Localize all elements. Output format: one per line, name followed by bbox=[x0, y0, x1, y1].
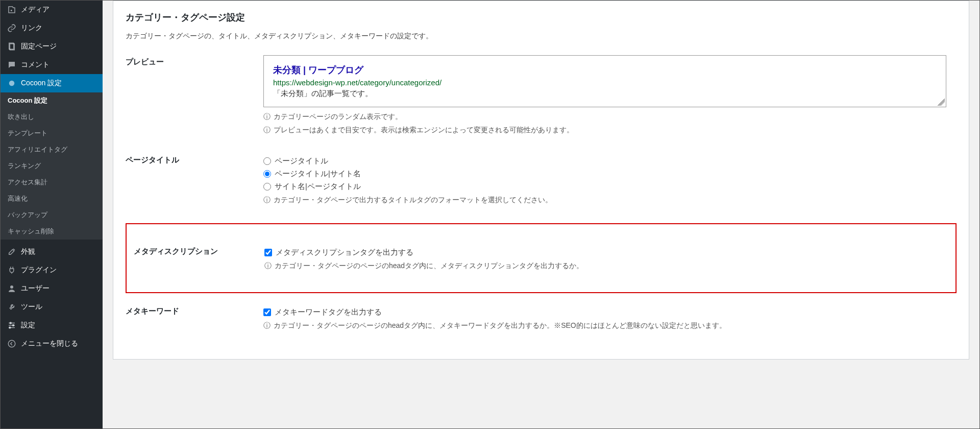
sidebar-item-media[interactable]: メディア bbox=[1, 1, 103, 19]
checkbox-input-meta-description[interactable] bbox=[264, 249, 272, 256]
sidebar-item-cocoon-settings[interactable]: Cocoon 設定 bbox=[1, 74, 103, 92]
info-icon: ⓘ bbox=[263, 112, 271, 122]
preview-info-2-text: プレビューはあくまで目安です。表示は検索エンジンによって変更される可能性がありま… bbox=[274, 126, 574, 135]
sidebar-sub-affiliate-tag[interactable]: アフィリエイトタグ bbox=[1, 141, 103, 158]
page-title-info-text: カテゴリー・タグページで出力するタイトルタグのフォーマットを選択してください。 bbox=[274, 196, 552, 205]
section-title: カテゴリー・タグページ設定 bbox=[126, 11, 957, 23]
row-meta-description: メタディスクリプション メタディスクリプションタグを出力する ⓘ カテゴリー・タ… bbox=[126, 223, 957, 293]
sidebar-sub-speed[interactable]: 高速化 bbox=[1, 190, 103, 207]
sidebar-item-pages[interactable]: 固定ページ bbox=[1, 37, 103, 56]
sidebar-item-label: 外観 bbox=[21, 247, 35, 256]
link-icon bbox=[7, 23, 17, 33]
radio-input-site-page-title[interactable] bbox=[263, 183, 271, 190]
preview-snippet: 「未分類」の記事一覧です。 bbox=[273, 89, 937, 99]
row-page-title: ページタイトル ページタイトル ページタイトル|サイト名 サイト名|ページ bbox=[126, 153, 957, 206]
checkbox-input-meta-keyword[interactable] bbox=[263, 308, 271, 316]
sidebar-item-plugins[interactable]: プラグイン bbox=[1, 261, 103, 279]
checkbox-label: メタディスクリプションタグを出力する bbox=[276, 248, 413, 257]
sidebar-item-label: メディア bbox=[21, 5, 50, 14]
sidebar-item-label: 固定ページ bbox=[21, 42, 57, 51]
info-icon: ⓘ bbox=[263, 126, 271, 135]
page-icon bbox=[7, 41, 17, 52]
sidebar-item-settings[interactable]: 設定 bbox=[1, 316, 103, 335]
meta-keyword-label: メタキーワード bbox=[126, 304, 263, 316]
svg-point-4 bbox=[10, 285, 13, 289]
sidebar-item-label: プラグイン bbox=[21, 266, 57, 275]
resize-handle[interactable] bbox=[938, 99, 945, 106]
radio-site-page-title[interactable]: サイト名|ページタイトル bbox=[263, 182, 946, 192]
info-icon: ⓘ bbox=[263, 196, 271, 205]
brush-icon bbox=[7, 247, 17, 257]
sidebar-item-users[interactable]: ユーザー bbox=[1, 279, 103, 298]
meta-keyword-info: ⓘ カテゴリー・タグページのページのheadタグ内に、メタキーワードタグを出力す… bbox=[263, 321, 946, 330]
info-icon: ⓘ bbox=[264, 261, 272, 271]
sidebar-item-label: ユーザー bbox=[21, 284, 50, 293]
page-title-info: ⓘ カテゴリー・タグページで出力するタイトルタグのフォーマットを選択してください… bbox=[263, 196, 946, 205]
radio-label: ページタイトル|サイト名 bbox=[275, 169, 361, 179]
preview-url: https://webdesign-wp.net/category/uncate… bbox=[273, 78, 937, 87]
sidebar-item-links[interactable]: リンク bbox=[1, 19, 103, 37]
svg-point-6 bbox=[13, 325, 14, 326]
radio-input-page-title-only[interactable] bbox=[263, 157, 271, 165]
sidebar-item-label: ツール bbox=[21, 302, 42, 312]
sidebar-item-label: リンク bbox=[21, 23, 42, 33]
sidebar-item-label: コメント bbox=[21, 60, 50, 69]
info-icon: ⓘ bbox=[263, 321, 271, 330]
sidebar-sub-cache-delete[interactable]: キャッシュ削除 bbox=[1, 223, 103, 240]
preview-box: 未分類 | ワープブログ https://webdesign-wp.net/ca… bbox=[263, 55, 946, 107]
settings-panel: カテゴリー・タグページ設定 カテゴリー・タグページの、タイトル、メタディスクリプ… bbox=[113, 1, 969, 360]
user-icon bbox=[7, 283, 17, 294]
media-icon bbox=[7, 5, 17, 15]
sidebar-item-label: メニューを閉じる bbox=[21, 339, 78, 348]
sidebar-item-label: Cocoon 設定 bbox=[21, 79, 62, 88]
radio-input-page-title-site[interactable] bbox=[263, 170, 271, 178]
main-content: カテゴリー・タグページ設定 カテゴリー・タグページの、タイトル、メタディスクリプ… bbox=[103, 1, 979, 428]
wrench-icon bbox=[7, 302, 17, 312]
meta-description-info-text: カテゴリー・タグページのページのheadタグ内に、メタディスクリプションタグを出… bbox=[275, 261, 583, 271]
plugin-icon bbox=[7, 265, 17, 275]
admin-sidebar: メディア リンク 固定ページ コメント Cocoon 設定 Cocoon 設定 … bbox=[1, 1, 103, 428]
sidebar-item-collapse[interactable]: メニューを閉じる bbox=[1, 335, 103, 353]
sidebar-sub-cocoon-settings[interactable]: Cocoon 設定 bbox=[1, 92, 103, 109]
sidebar-sub-ranking[interactable]: ランキング bbox=[1, 158, 103, 174]
preview-label: プレビュー bbox=[126, 55, 263, 67]
svg-point-7 bbox=[9, 327, 11, 328]
preview-info-1: ⓘ カテゴリーページのランダム表示です。 bbox=[263, 112, 946, 122]
section-description: カテゴリー・タグページの、タイトル、メタディスクリプション、メタキーワードの設定… bbox=[126, 32, 957, 41]
svg-point-3 bbox=[9, 81, 15, 86]
svg-point-8 bbox=[8, 340, 15, 347]
page-title-label: ページタイトル bbox=[126, 153, 263, 165]
radio-label: サイト名|ページタイトル bbox=[275, 182, 361, 192]
preview-title: 未分類 | ワープブログ bbox=[273, 64, 937, 76]
row-meta-keyword: メタキーワード メタキーワードタグを出力する ⓘ カテゴリー・タグページのページ… bbox=[126, 304, 957, 331]
dot-icon bbox=[7, 78, 17, 88]
preview-info-1-text: カテゴリーページのランダム表示です。 bbox=[274, 112, 402, 122]
checkbox-meta-keyword[interactable]: メタキーワードタグを出力する bbox=[263, 307, 946, 317]
radio-label: ページタイトル bbox=[275, 156, 328, 166]
sidebar-sub-template[interactable]: テンプレート bbox=[1, 125, 103, 141]
sidebar-submenu: Cocoon 設定 吹き出し テンプレート アフィリエイトタグ ランキング アク… bbox=[1, 92, 103, 240]
radio-page-title-only[interactable]: ページタイトル bbox=[263, 156, 946, 166]
sidebar-sub-access-count[interactable]: アクセス集計 bbox=[1, 174, 103, 190]
sidebar-item-label: 設定 bbox=[21, 321, 35, 330]
sidebar-sub-backup[interactable]: バックアップ bbox=[1, 207, 103, 223]
preview-info-2: ⓘ プレビューはあくまで目安です。表示は検索エンジンによって変更される可能性があ… bbox=[263, 126, 946, 135]
row-preview: プレビュー 未分類 | ワープブログ https://webdesign-wp.… bbox=[126, 55, 957, 136]
comment-icon bbox=[7, 60, 17, 70]
svg-point-0 bbox=[11, 10, 12, 11]
radio-page-title-site[interactable]: ページタイトル|サイト名 bbox=[263, 169, 946, 179]
sliders-icon bbox=[7, 320, 17, 330]
checkbox-meta-description[interactable]: メタディスクリプションタグを出力する bbox=[264, 248, 945, 257]
collapse-icon bbox=[7, 339, 17, 349]
sidebar-item-appearance[interactable]: 外観 bbox=[1, 243, 103, 261]
svg-point-5 bbox=[10, 322, 11, 324]
meta-keyword-info-text: カテゴリー・タグページのページのheadタグ内に、メタキーワードタグを出力するか… bbox=[274, 321, 726, 330]
sidebar-item-comments[interactable]: コメント bbox=[1, 56, 103, 74]
sidebar-item-tools[interactable]: ツール bbox=[1, 298, 103, 316]
meta-description-info: ⓘ カテゴリー・タグページのページのheadタグ内に、メタディスクリプションタグ… bbox=[264, 261, 945, 271]
checkbox-label: メタキーワードタグを出力する bbox=[275, 307, 382, 317]
sidebar-sub-balloon[interactable]: 吹き出し bbox=[1, 109, 103, 125]
meta-description-label: メタディスクリプション bbox=[127, 245, 264, 256]
